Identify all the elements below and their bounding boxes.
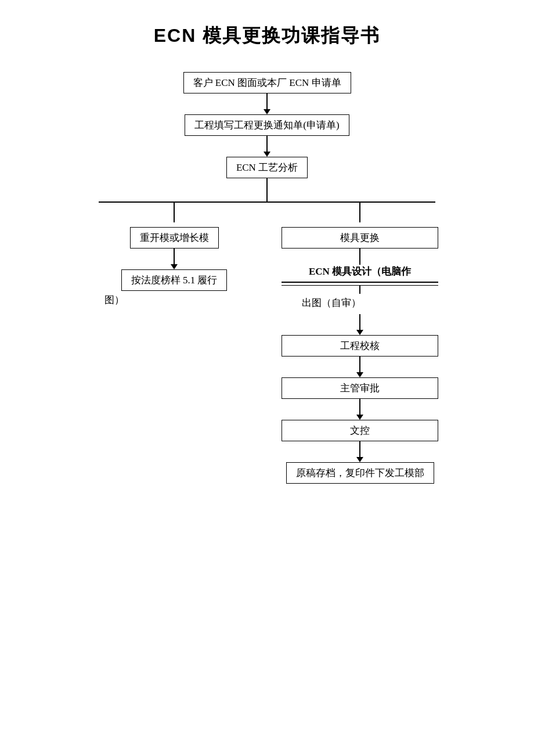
right-vline2 — [359, 249, 360, 265]
step3-box: ECN 工艺分析 — [226, 157, 308, 178]
right-vline3 — [359, 286, 360, 294]
right-arrow6 — [359, 441, 360, 458]
right-vline1 — [359, 201, 360, 222]
h-line — [99, 201, 435, 203]
left-vline1 — [174, 201, 175, 222]
flowchart: 客户 ECN 图面或本厂 ECN 申请单 工程填写工程更换通知单(申请单) EC… — [35, 72, 499, 484]
right-arrow5 — [359, 399, 360, 415]
vsplit-line — [266, 178, 268, 201]
h-split-bar: 重开模或增长模 按法度榜样 5.1 履行 图） 模具更换 ECN 模具设计（电脑… — [99, 201, 435, 484]
page-title: ECN 模具更换功课指导书 — [35, 23, 499, 49]
right-box4: 工程校核 — [282, 335, 438, 357]
arrow2 — [266, 136, 268, 152]
right-box5: 主管审批 — [282, 377, 438, 399]
left-box1: 重开模或增长模 — [130, 227, 219, 249]
right-col: 模具更换 ECN 模具设计（电脑作 出图（自审） 工程校核 主管审批 文控 原稿… — [284, 201, 435, 484]
arrow1 — [266, 93, 268, 110]
left-arrow1 — [174, 249, 175, 265]
right-box6: 文控 — [282, 420, 438, 441]
right-arrow3 — [359, 314, 360, 330]
step2-box: 工程填写工程更换通知单(申请单) — [185, 114, 349, 136]
left-col: 重开模或增长模 按法度榜样 5.1 履行 图） — [99, 201, 250, 307]
step1-box: 客户 ECN 图面或本厂 ECN 申请单 — [183, 72, 351, 93]
left-box2: 按法度榜样 5.1 履行 — [121, 269, 228, 291]
right-zitu-label: 出图（自审） — [284, 296, 361, 309]
right-design-label: ECN 模具设计（电脑作 — [309, 265, 411, 278]
right-box1: 模具更换 — [282, 227, 438, 249]
right-box7: 原稿存档，复印件下发工模部 — [286, 462, 434, 484]
design-line1 — [282, 282, 438, 283]
right-arrow4 — [359, 357, 360, 373]
left-text2: 图） — [99, 293, 250, 307]
